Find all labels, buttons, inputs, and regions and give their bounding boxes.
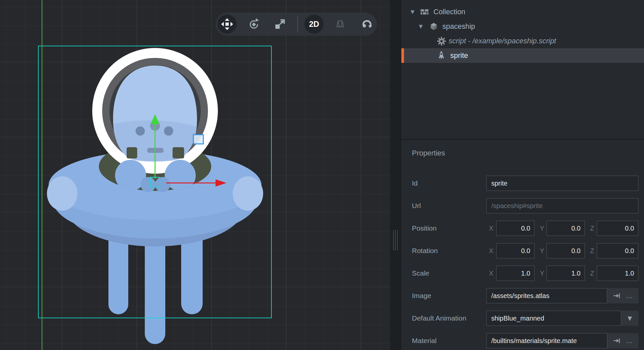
outline-item-sprite[interactable]: sprite (401, 48, 644, 63)
rotation-x-field[interactable]: 0.0 (496, 243, 535, 258)
scale-z-field[interactable]: 1.0 (597, 266, 638, 281)
property-label: Url (412, 198, 421, 213)
move-icon (221, 18, 234, 31)
material-resource-field[interactable]: /builtins/materials/sprite.mate (486, 333, 607, 348)
expand-arrow-icon[interactable]: ▼ (411, 5, 415, 19)
scale-x-field[interactable]: 1.0 (496, 266, 535, 281)
properties-title: Properties (412, 149, 445, 157)
collection-icon (420, 5, 429, 19)
sprite-rocket-icon (437, 48, 446, 63)
rotate-icon (247, 18, 261, 31)
browse-resource-button[interactable]: … (626, 289, 633, 302)
image-resource-buttons: … (607, 288, 638, 303)
property-label: Id (412, 176, 418, 191)
property-label: Image (412, 288, 431, 303)
frustum-culling-button[interactable] (331, 15, 350, 34)
axis-label-x: X (489, 266, 493, 281)
position-x-field[interactable]: 0.0 (496, 221, 535, 236)
default-animation-value: shipBlue_manned (486, 311, 621, 326)
open-resource-icon[interactable] (613, 292, 621, 300)
material-resource-buttons: … (607, 333, 638, 348)
toolbar-divider (297, 16, 298, 33)
selection-bounds (38, 46, 272, 318)
expand-arrow-icon[interactable]: ▼ (419, 19, 423, 34)
axis-label-z: Z (590, 243, 594, 258)
splitter-grip (397, 230, 398, 250)
property-label: Scale (412, 266, 429, 281)
property-row-image: Image /assets/sprites.atlas … (401, 288, 644, 303)
scene-viewport[interactable]: 2D (0, 0, 390, 350)
property-row-rotation: Rotation X 0.0 Y 0.0 Z 0.0 (401, 243, 644, 258)
outline-item-collection[interactable]: ▼ Collection (401, 5, 644, 19)
property-row-id: Id sprite (401, 176, 644, 191)
camera-perspective-button[interactable] (358, 15, 377, 34)
move-tool-button[interactable] (218, 15, 237, 34)
outline-and-properties-panel: ▼ Collection ▼ spaceship (401, 0, 644, 350)
property-label: Rotation (412, 243, 438, 258)
rotation-z-field[interactable]: 0.0 (597, 243, 638, 258)
id-field[interactable]: sprite (486, 176, 638, 191)
axis-label-z: Z (590, 221, 594, 236)
axis-label-x: X (489, 243, 493, 258)
script-gear-icon (437, 34, 446, 48)
property-row-url: Url /spaceship#sprite (401, 198, 644, 213)
defold-editor-window: 2D ▼ (0, 0, 644, 350)
property-row-scale: Scale X 1.0 Y 1.0 Z 1.0 (401, 266, 644, 281)
axis-label-y: Y (540, 243, 544, 258)
world-y-axis-line (42, 0, 42, 350)
property-row-material: Material /builtins/materials/sprite.mate… (401, 333, 644, 348)
outline-item-label: spaceship (442, 19, 475, 34)
property-row-default-animation: Default Animation shipBlue_manned ▼ (401, 311, 644, 326)
scale-tool-button[interactable] (270, 15, 289, 34)
chevron-down-icon: ▼ (627, 315, 632, 322)
panel-splitter[interactable] (390, 0, 401, 350)
property-label: Default Animation (412, 311, 466, 326)
axis-label-x: X (489, 221, 493, 236)
outline-item-label: sprite (450, 48, 468, 63)
scene-toolbar: 2D (216, 13, 377, 36)
axis-label-y: Y (540, 221, 544, 236)
splitter-grip (393, 230, 394, 250)
url-field: /spaceship#sprite (486, 198, 638, 213)
camera-orbit-icon (361, 18, 374, 31)
frustum-icon (334, 18, 347, 31)
outline-item-spaceship[interactable]: ▼ spaceship (401, 19, 644, 34)
position-y-field[interactable]: 0.0 (546, 221, 585, 236)
scale-y-field[interactable]: 1.0 (546, 266, 585, 281)
scale-icon (273, 18, 286, 31)
image-resource-field[interactable]: /assets/sprites.atlas (486, 288, 607, 303)
properties-section: Properties Id sprite Url /spaceship#spri… (401, 139, 644, 350)
2d-mode-toggle[interactable]: 2D (304, 15, 324, 34)
outline-item-label: script - /example/spaceship.script (449, 34, 556, 48)
open-resource-icon[interactable] (613, 337, 621, 345)
dropdown-button[interactable]: ▼ (621, 311, 638, 326)
outline-item-script[interactable]: script - /example/spaceship.script (401, 34, 644, 48)
outline-item-label: Collection (433, 5, 465, 19)
position-z-field[interactable]: 0.0 (597, 221, 638, 236)
selected-row-accent-bar (401, 48, 404, 63)
game-object-cube-icon (429, 19, 438, 34)
rotate-tool-button[interactable] (244, 15, 263, 34)
default-animation-select[interactable]: shipBlue_manned ▼ (486, 311, 638, 326)
axis-label-y: Y (540, 266, 544, 281)
splitter-grip (395, 230, 396, 250)
property-label: Position (412, 221, 437, 236)
2d-mode-label: 2D (309, 20, 319, 29)
browse-resource-button[interactable]: … (626, 334, 633, 347)
property-row-position: Position X 0.0 Y 0.0 Z 0.0 (401, 221, 644, 236)
property-label: Material (412, 333, 437, 348)
axis-label-z: Z (590, 266, 594, 281)
rotation-y-field[interactable]: 0.0 (546, 243, 585, 258)
